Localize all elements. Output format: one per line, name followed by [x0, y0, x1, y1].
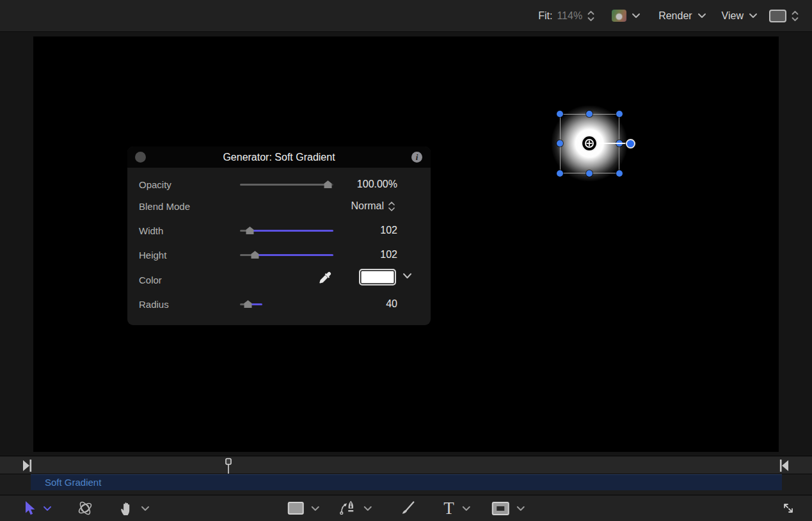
- 3d-transform-tool-icon[interactable]: [76, 499, 94, 517]
- render-label: Render: [658, 10, 692, 22]
- anchor-target-icon[interactable]: [579, 133, 600, 154]
- selection-handle[interactable]: [586, 111, 593, 117]
- shape-tool-chevron-icon[interactable]: [310, 506, 319, 511]
- selection-handle[interactable]: [557, 140, 563, 147]
- slider-thumb[interactable]: [244, 300, 252, 308]
- chevron-down-icon: [632, 13, 641, 19]
- display-icon: [769, 10, 786, 22]
- play-range-in-marker[interactable]: [22, 458, 33, 473]
- play-range-out-marker[interactable]: [778, 458, 790, 473]
- tool-toolbar: T: [0, 495, 812, 521]
- fit-label: Fit:: [538, 10, 552, 22]
- opacity-slider[interactable]: [240, 180, 333, 188]
- slider-thumb[interactable]: [251, 251, 259, 259]
- view-menu[interactable]: View: [722, 10, 758, 22]
- radius-value: 40: [386, 298, 397, 310]
- blend-mode-popup[interactable]: Normal: [351, 200, 395, 212]
- hud-titlebar[interactable]: Generator: Soft Gradient i: [127, 147, 431, 168]
- selection-handle[interactable]: [557, 170, 563, 177]
- playhead[interactable]: [223, 458, 234, 474]
- blend-mode-value: Normal: [351, 200, 384, 212]
- chevron-down-icon: [749, 13, 758, 19]
- width-label: Width: [139, 225, 163, 236]
- timeline-track-bar[interactable]: Soft Gradient: [31, 474, 782, 490]
- hand-tool-chevron-icon[interactable]: [141, 506, 150, 511]
- rectangle-mask-tool-icon[interactable]: [491, 501, 510, 516]
- radius-row: Radius 40: [127, 294, 431, 314]
- blend-mode-label: Blend Mode: [139, 201, 190, 212]
- radius-label: Radius: [139, 299, 169, 310]
- paint-stroke-tool-icon[interactable]: [399, 500, 415, 517]
- chevron-down-icon: [697, 13, 706, 19]
- info-button[interactable]: i: [411, 152, 422, 163]
- gradient-preview-swatch-icon: [612, 10, 626, 22]
- timeline-track-area: Soft Gradient: [0, 474, 812, 490]
- bezier-pen-tool-icon[interactable]: [338, 500, 356, 517]
- height-value: 102: [380, 249, 397, 260]
- render-menu[interactable]: Render: [658, 10, 706, 22]
- zoom-stepper-icon[interactable]: [587, 10, 595, 22]
- slider-thumb[interactable]: [246, 227, 254, 234]
- track-name: Soft Gradient: [45, 475, 782, 490]
- blend-mode-row: Blend Mode Normal: [127, 196, 431, 216]
- color-well[interactable]: [359, 269, 396, 285]
- rotation-handle[interactable]: [626, 139, 635, 148]
- height-label: Height: [139, 250, 166, 260]
- color-row: Color: [127, 269, 431, 291]
- select-tool-chevron-icon[interactable]: [43, 506, 52, 511]
- mask-tool-chevron-icon[interactable]: [516, 506, 525, 511]
- color-label: Color: [139, 275, 162, 285]
- pen-tool-chevron-icon[interactable]: [363, 506, 372, 511]
- display-selector[interactable]: [769, 10, 799, 22]
- width-slider[interactable]: [240, 227, 333, 234]
- chevron-down-icon[interactable]: [402, 273, 412, 279]
- height-slider[interactable]: [240, 251, 333, 259]
- selection-handle[interactable]: [557, 111, 563, 117]
- radius-slider[interactable]: [240, 300, 333, 308]
- zoom-control[interactable]: Fit: 114%: [538, 10, 595, 22]
- timeline-filler: [0, 490, 812, 495]
- eyedropper-icon[interactable]: [317, 270, 333, 285]
- pan-hand-tool-icon[interactable]: [118, 500, 135, 517]
- slider-thumb[interactable]: [324, 180, 332, 188]
- height-row: Height 102: [127, 245, 431, 264]
- canvas-toolbar: Fit: 114% Render View: [0, 0, 812, 32]
- stepper-icon: [388, 201, 395, 212]
- expand-timeline-icon[interactable]: [780, 500, 797, 517]
- mini-timeline[interactable]: [0, 456, 812, 474]
- select-transform-tool[interactable]: [22, 500, 37, 517]
- opacity-value: 100.00%: [357, 179, 397, 190]
- text-tool-icon[interactable]: T: [443, 500, 454, 517]
- selection-handle[interactable]: [616, 111, 623, 117]
- hud-title: Generator: Soft Gradient: [127, 147, 431, 168]
- opacity-row: Opacity 100.00%: [127, 175, 431, 194]
- display-stepper-icon: [791, 10, 799, 22]
- selection-handle[interactable]: [616, 170, 623, 177]
- selection-handle[interactable]: [586, 170, 593, 177]
- generator-preview-menu[interactable]: [612, 10, 641, 22]
- text-tool-chevron-icon[interactable]: [462, 506, 471, 511]
- motion-canvas-window: Fit: 114% Render View: [0, 0, 812, 521]
- hud-panel: Generator: Soft Gradient i Opacity 100.0…: [127, 147, 431, 325]
- width-value: 102: [380, 225, 397, 236]
- rectangle-shape-tool-icon[interactable]: [287, 501, 304, 515]
- view-label: View: [722, 10, 744, 22]
- zoom-value: 114%: [557, 10, 582, 22]
- opacity-label: Opacity: [139, 179, 171, 190]
- width-row: Width 102: [127, 221, 431, 240]
